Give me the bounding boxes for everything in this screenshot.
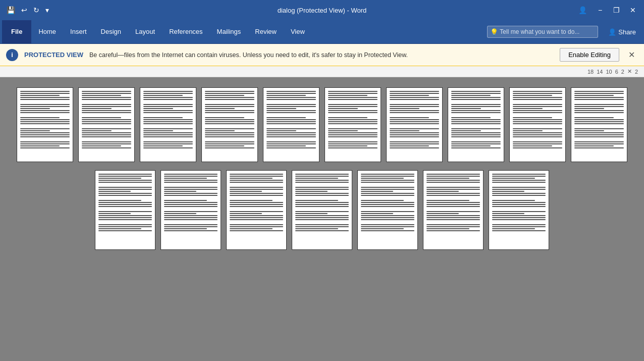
- protected-view-bar: i PROTECTED VIEW Be careful—files from t…: [0, 44, 644, 66]
- pages-container: [8, 87, 636, 250]
- tab-insert[interactable]: Insert: [63, 20, 94, 43]
- ruler-value-6: 6: [615, 69, 618, 75]
- restore-button[interactable]: ❐: [609, 4, 624, 16]
- minimize-button[interactable]: −: [593, 4, 607, 16]
- redo-button[interactable]: ↻: [31, 5, 42, 16]
- page-thumbnail: [78, 87, 135, 162]
- page-thumbnail: [292, 170, 352, 250]
- protected-view-close-button[interactable]: ✕: [625, 49, 638, 61]
- page-thumbnail: [226, 170, 287, 250]
- search-wrapper: 💡: [487, 26, 598, 38]
- save-button[interactable]: 💾: [4, 5, 18, 16]
- quick-access-toolbar: 💾 ↩ ↻ ▾: [4, 5, 51, 16]
- page-thumbnail: [263, 87, 319, 162]
- tab-layout[interactable]: Layout: [128, 20, 162, 43]
- tab-references[interactable]: References: [162, 20, 209, 43]
- tab-mailings[interactable]: Mailings: [210, 20, 248, 43]
- window-controls: 👤 − ❐ ✕: [574, 4, 640, 16]
- page-thumbnail: [489, 170, 549, 250]
- page-thumbnail: [17, 87, 73, 162]
- tab-design[interactable]: Design: [94, 20, 128, 43]
- page-thumbnail: [509, 87, 566, 162]
- ruler-bar: 18 14 10 6 2 ✕ 2: [0, 66, 644, 77]
- tab-view[interactable]: View: [284, 20, 312, 43]
- customize-button[interactable]: ▾: [43, 5, 51, 16]
- tab-review[interactable]: Review: [248, 20, 284, 43]
- page-thumbnail: [325, 87, 381, 162]
- quick-access-group: 💾 ↩ ↻ ▾: [4, 5, 51, 16]
- search-input[interactable]: [487, 26, 598, 38]
- page-thumbnail: [571, 87, 627, 162]
- page-thumbnail: [357, 170, 418, 250]
- protected-view-message: Be careful—files from the Internet can c…: [89, 51, 554, 59]
- page-thumbnail: [201, 87, 258, 162]
- enable-editing-button[interactable]: Enable Editing: [560, 48, 619, 62]
- tab-home[interactable]: Home: [31, 20, 63, 43]
- share-button[interactable]: 👤 Share: [602, 20, 642, 43]
- protected-view-badge: PROTECTED VIEW: [24, 51, 83, 59]
- share-label: Share: [618, 28, 636, 36]
- page-thumbnail: [386, 87, 443, 162]
- ruler-value-14: 14: [597, 69, 603, 75]
- window-title: dialog (Protected View) - Word: [278, 7, 367, 14]
- ribbon-search-area: 💡: [483, 20, 602, 43]
- pages-row-2: [95, 170, 549, 250]
- profile-button[interactable]: 👤: [574, 4, 591, 16]
- protected-view-icon: i: [6, 49, 18, 61]
- ruler-value-2b: 2: [635, 69, 638, 75]
- ribbon: File Home Insert Design Layout Reference…: [0, 20, 644, 44]
- title-bar: 💾 ↩ ↻ ▾ dialog (Protected View) - Word 👤…: [0, 0, 644, 20]
- ruler-value-2a: 2: [621, 69, 624, 75]
- undo-button[interactable]: ↩: [19, 5, 30, 16]
- lightbulb-icon: 💡: [490, 28, 498, 36]
- ruler-value-10: 10: [606, 69, 612, 75]
- ruler-value-18: 18: [587, 69, 594, 75]
- tab-file[interactable]: File: [2, 20, 31, 43]
- page-thumbnail: [160, 170, 221, 250]
- ruler-numbers: 18 14 10 6 2 ✕ 2: [587, 68, 638, 75]
- close-button[interactable]: ✕: [626, 4, 640, 16]
- page-thumbnail: [423, 170, 484, 250]
- page-thumbnail: [448, 87, 504, 162]
- pages-row-1: [17, 87, 627, 162]
- page-thumbnail: [140, 87, 196, 162]
- document-area: [0, 77, 644, 361]
- ruler-icon: ✕: [627, 68, 632, 75]
- ribbon-tabs: File Home Insert Design Layout Reference…: [0, 20, 644, 43]
- share-icon: 👤: [608, 28, 616, 36]
- page-thumbnail: [95, 170, 155, 250]
